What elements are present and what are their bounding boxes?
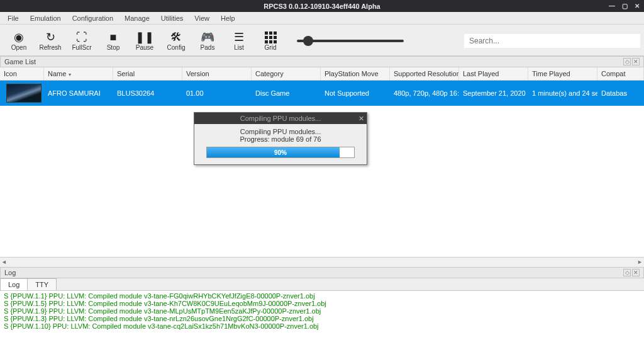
log-panel-header: Log ◇✕ [0,267,644,278]
modal-message: Compiling PPU modules... [201,128,360,135]
col-compat[interactable]: Compat [597,67,644,80]
horizontal-scrollbar[interactable] [0,257,644,267]
list-icon: ☰ [234,30,244,44]
config-icon: 🛠 [170,30,182,44]
menu-emulation[interactable]: Emulation [25,13,66,23]
search-input[interactable] [464,34,640,48]
log-title: Log [4,269,16,276]
menu-manage[interactable]: Manage [119,13,155,23]
cell-resolutions: 480p, 720p, 480p 16:9 [390,87,459,99]
window-controls: — ▢ ✕ [608,3,641,10]
col-time-played[interactable]: Time Played [528,67,597,80]
pads-button[interactable]: 🎮Pads [192,30,223,51]
log-float-button[interactable]: ◇ [623,269,631,276]
log-close-button[interactable]: ✕ [632,269,640,276]
main-window: RPCS3 0.0.12-10910-34eff440 Alpha — ▢ ✕ … [0,0,644,340]
open-button[interactable]: ◉Open [4,30,34,51]
list-view-button[interactable]: ☰List [224,30,254,51]
col-last-played[interactable]: Last Played [459,67,528,80]
cell-time-played: 1 minute(s) and 24 second(s) [528,87,597,99]
modal-body: Compiling PPU modules... Progress: modul… [194,124,367,164]
cell-version: 01.00 [182,87,252,99]
refresh-icon: ↻ [46,30,55,44]
search-container [464,34,640,48]
modal-titlebar[interactable]: Compiling PPU modules... ✕ [194,113,367,124]
stop-button[interactable]: ■Stop [98,30,128,51]
menu-view[interactable]: View [189,13,214,23]
gamelist-panel-header: Game List ◇✕ [0,56,644,67]
toolbar: ◉Open ↻Refresh ⛶FullScr ■Stop ❚❚Pause 🛠C… [0,25,644,56]
cell-move: Not Supported [321,87,390,99]
icon-size-slider[interactable] [297,40,410,42]
log-line: S {PPUW.1.10} PPU: LLVM: Compiled module… [4,322,640,330]
cell-serial: BLUS30264 [113,87,182,99]
menubar: File Emulation Configuration Manage Util… [0,12,644,25]
col-resolutions[interactable]: Supported Resolutions [390,67,459,80]
pause-icon: ❚❚ [135,30,154,44]
menu-utilities[interactable]: Utilities [156,13,188,23]
col-icon[interactable]: Icon [0,67,44,80]
gamelist-header: Icon Name Serial Version Category PlaySt… [0,67,644,81]
game-list: Icon Name Serial Version Category PlaySt… [0,67,644,267]
log-tabs: Log TTY [0,278,644,291]
grid-icon-wrap [265,30,277,44]
compile-modal: Compiling PPU modules... ✕ Compiling PPU… [194,112,367,165]
col-category[interactable]: Category [252,67,321,80]
modal-title: Compiling PPU modules... [240,115,321,122]
log-body[interactable]: S {PPUW.1.1} PPU: LLVM: Compiled module … [0,291,644,340]
game-thumbnail [6,84,42,103]
log-line: S {PPUW.1.5} PPU: LLVM: Compiled module … [4,300,640,307]
camera-icon: ◉ [14,30,24,44]
gamelist-title: Game List [4,58,36,65]
panel-float-button[interactable]: ◇ [623,58,631,65]
col-serial[interactable]: Serial [113,67,182,80]
col-name[interactable]: Name [44,67,113,80]
stop-icon: ■ [110,30,117,44]
pause-button[interactable]: ❚❚Pause [130,30,160,51]
tab-log[interactable]: Log [0,278,28,290]
col-version[interactable]: Version [182,67,252,80]
log-line: S {PPUW.1.3} PPU: LLVM: Compiled module … [4,315,640,322]
fullscreen-icon: ⛶ [76,30,87,44]
cell-last-played: September 21, 2020 [459,87,528,99]
menu-configuration[interactable]: Configuration [67,13,118,23]
maximize-button[interactable]: ▢ [620,3,629,10]
window-title: RPCS3 0.0.12-10910-34eff440 Alpha [264,3,380,10]
panel-close-button[interactable]: ✕ [632,58,640,65]
refresh-button[interactable]: ↻Refresh [35,30,65,51]
menu-file[interactable]: File [3,13,24,23]
log-line: S {PPUW.1.9} PPU: LLVM: Compiled module … [4,307,640,315]
table-row[interactable]: AFRO SAMURAI BLUS30264 01.00 Disc Game N… [0,81,644,106]
col-move[interactable]: PlayStation Move [321,67,390,80]
grid-view-button[interactable]: Grid [255,30,286,51]
menu-help[interactable]: Help [216,13,240,23]
progress-bar: 90% [206,147,355,158]
config-button[interactable]: 🛠Config [161,30,191,51]
minimize-button[interactable]: — [608,3,616,10]
fullscreen-button[interactable]: ⛶FullScr [67,30,97,51]
log-panel: Log ◇✕ Log TTY S {PPUW.1.1} PPU: LLVM: C… [0,267,644,340]
modal-progress-text: Progress: module 69 of 76 [201,135,360,143]
game-icon-cell [0,81,44,105]
tab-tty[interactable]: TTY [27,278,57,290]
cell-compat: Databas [597,87,644,99]
titlebar: RPCS3 0.0.12-10910-34eff440 Alpha — ▢ ✕ [0,0,644,12]
cell-name: AFRO SAMURAI [44,87,113,99]
modal-close-button[interactable]: ✕ [358,115,364,123]
progress-percent: 90% [207,147,354,157]
gamepad-icon: 🎮 [201,30,214,44]
cell-category: Disc Game [252,87,321,99]
close-button[interactable]: ✕ [633,3,641,10]
log-line: S {PPUW.1.1} PPU: LLVM: Compiled module … [4,292,640,300]
